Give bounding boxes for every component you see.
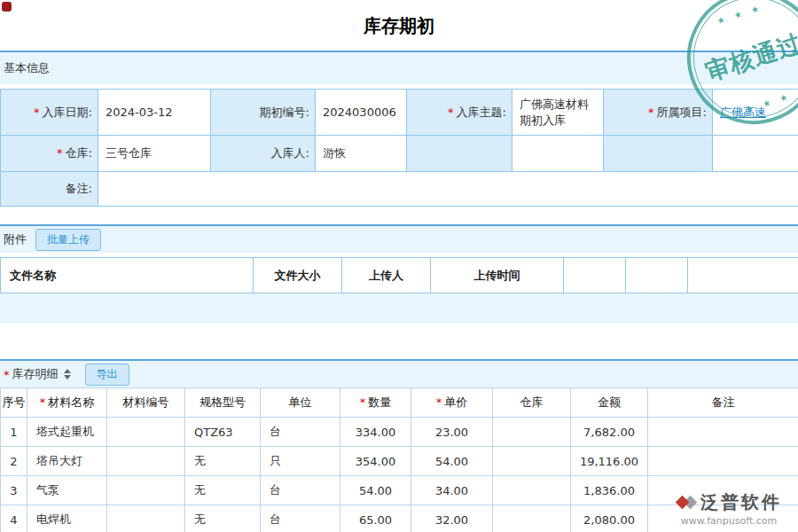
- cell-warehouse: [493, 418, 571, 447]
- field-label: 期初编号:: [260, 106, 309, 119]
- field-label: 所属项目:: [657, 106, 707, 119]
- attach-col-filename: 文件名称: [1, 258, 254, 293]
- cell-unit-price: 32.00: [411, 505, 493, 532]
- required-marker: *: [360, 395, 366, 409]
- field-label: 入库日期:: [43, 106, 92, 119]
- empty-value-cell: [713, 136, 798, 172]
- project-label: *所属项目:: [604, 90, 713, 136]
- batch-upload-button[interactable]: 批量上传: [35, 229, 101, 251]
- cell-material-no: [107, 505, 185, 532]
- col-label: 材料名称: [48, 395, 94, 409]
- basic-info-table: *入库日期: 2024-03-12 期初编号: 2024030006 *入库主题…: [0, 89, 798, 207]
- col-seq: 序号: [1, 388, 27, 418]
- cell-unit-price: 54.00: [411, 447, 493, 476]
- required-marker: *: [4, 368, 10, 381]
- cell-seq: 3: [1, 476, 27, 505]
- attachments-empty-area: [0, 293, 798, 324]
- required-marker: *: [436, 395, 442, 409]
- remark-value: [98, 172, 798, 207]
- cell-amount: 1,836.00: [571, 476, 648, 505]
- cell-seq: 4: [1, 505, 27, 532]
- details-section-label: 库存明细: [12, 366, 59, 382]
- cell-remark: [648, 418, 798, 447]
- field-label: 入库人:: [271, 146, 309, 160]
- attachments-table: 文件名称 文件大小 上传人 上传时间: [0, 257, 798, 293]
- cell-warehouse: [493, 476, 571, 505]
- required-marker: *: [648, 106, 654, 119]
- col-label: 数量: [368, 395, 391, 409]
- empty-label-cell: [604, 136, 713, 172]
- field-label: 入库主题:: [457, 106, 506, 119]
- required-marker: *: [40, 395, 46, 409]
- col-spec-model: 规格型号: [185, 388, 261, 418]
- cell-spec-model: 无: [185, 505, 261, 532]
- attach-col-empty: [626, 258, 688, 293]
- required-marker: *: [57, 146, 63, 160]
- ruku-date-value: 2024-03-12: [98, 90, 211, 136]
- required-marker: *: [34, 106, 40, 119]
- attachments-header-row: 文件名称 文件大小 上传人 上传时间: [1, 258, 798, 293]
- project-value-cell: 广佛高速: [713, 90, 798, 136]
- empty-label-cell: [407, 136, 512, 172]
- fanpu-url: www.fanpusoft.com: [676, 515, 782, 527]
- sort-icon[interactable]: [64, 369, 71, 379]
- attachments-section-label: 附件: [4, 231, 27, 247]
- cell-material-name: 塔吊大灯: [27, 447, 107, 476]
- col-unit: 单位: [261, 388, 340, 418]
- cell-material-name: 气泵: [27, 476, 107, 505]
- ruku-date-label: *入库日期:: [1, 90, 98, 136]
- cell-amount: 7,682.00: [571, 418, 648, 447]
- basic-info-section-bar: 基本信息: [0, 52, 798, 84]
- attach-col-uploadtime: 上传时间: [431, 258, 564, 293]
- col-quantity: *数量: [340, 388, 411, 418]
- fanpu-logo-icon: [676, 494, 700, 512]
- warehouse-label: *仓库:: [1, 136, 98, 172]
- cell-seq: 1: [1, 418, 27, 447]
- cell-quantity: 354.00: [340, 447, 411, 476]
- details-section-bar: * 库存明细 导出: [0, 361, 798, 387]
- fanpu-brand-name: 泛普软件: [700, 490, 782, 514]
- ruku-person-label: 入库人:: [211, 136, 316, 172]
- col-remark: 备注: [648, 388, 798, 418]
- col-amount: 金额: [571, 388, 648, 418]
- cell-amount: 2,080.00: [571, 505, 648, 532]
- col-material-name: *材料名称: [27, 388, 107, 418]
- cell-material-name: 塔式起重机: [27, 418, 107, 447]
- ruku-subject-label: *入库主题:: [407, 90, 512, 136]
- ruku-subject-value: 广佛高速材料期初入库: [512, 90, 604, 136]
- cell-unit: 台: [261, 476, 340, 505]
- cell-spec-model: 无: [185, 476, 261, 505]
- basic-info-section: 基本信息 *入库日期: 2024-03-12 期初编号: 2024030006 …: [0, 51, 798, 207]
- cell-material-no: [107, 418, 185, 447]
- cell-quantity: 334.00: [340, 418, 411, 447]
- table-row: 1 塔式起重机 QTZ63 台 334.00 23.00 7,682.00: [1, 418, 798, 447]
- page-title: 库存期初: [0, 0, 798, 51]
- cell-quantity: 54.00: [340, 476, 411, 505]
- col-warehouse: 仓库: [493, 388, 571, 418]
- cell-material-no: [107, 476, 185, 505]
- cell-material-name: 电焊机: [27, 505, 107, 532]
- remark-label: 备注:: [1, 172, 98, 207]
- ruku-person-value: 游恢: [316, 136, 407, 172]
- fanpu-logo: 泛普软件 www.fanpusoft.com: [676, 490, 782, 527]
- details-header-row: 序号 *材料名称 材料编号 规格型号 单位 *数量 *单价 仓库 金额 备注: [1, 388, 798, 418]
- cell-unit-price: 34.00: [411, 476, 493, 505]
- cell-amount: 19,116.00: [571, 447, 648, 476]
- cell-seq: 2: [1, 447, 27, 476]
- cell-unit: 台: [261, 505, 340, 532]
- project-link[interactable]: 广佛高速: [720, 106, 766, 119]
- table-row: 2 塔吊大灯 无 只 354.00 54.00 19,116.00: [1, 447, 798, 476]
- col-label: 单价: [444, 395, 467, 409]
- export-button[interactable]: 导出: [85, 364, 129, 386]
- warehouse-value: 三号仓库: [98, 136, 211, 172]
- cell-unit-price: 23.00: [411, 418, 493, 447]
- cell-warehouse: [493, 447, 571, 476]
- attachments-section: 附件 批量上传 文件名称 文件大小 上传人 上传时间: [0, 224, 798, 324]
- qichu-no-value: 2024030006: [316, 90, 407, 136]
- field-label: 仓库:: [66, 146, 92, 160]
- cell-unit: 只: [261, 447, 340, 476]
- corner-red-icon: [2, 2, 12, 12]
- cell-remark: [648, 447, 798, 476]
- basic-info-section-label: 基本信息: [4, 60, 50, 76]
- empty-value-cell: [512, 136, 604, 172]
